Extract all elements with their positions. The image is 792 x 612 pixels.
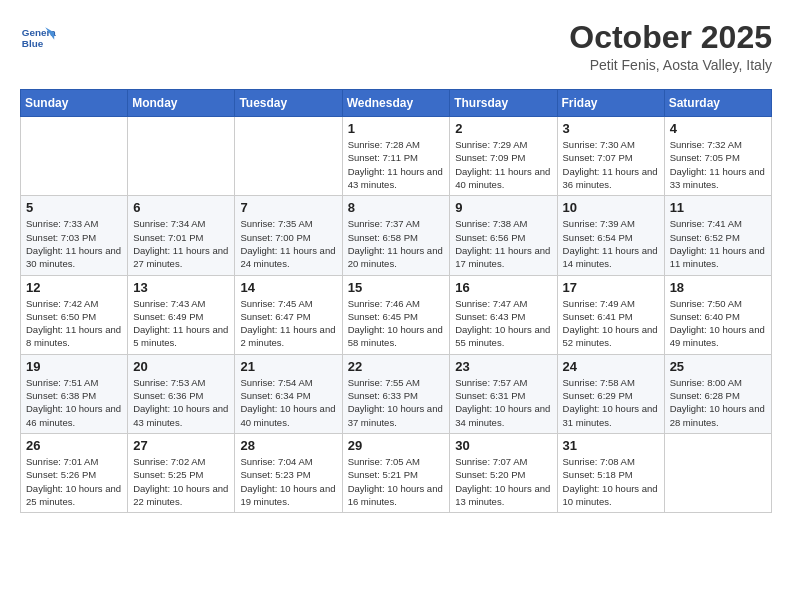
day-number: 11	[670, 200, 766, 215]
day-number: 26	[26, 438, 122, 453]
page-header: General Blue October 2025 Petit Fenis, A…	[20, 20, 772, 73]
day-info: Sunrise: 7:49 AM Sunset: 6:41 PM Dayligh…	[563, 297, 659, 350]
day-info: Sunrise: 7:45 AM Sunset: 6:47 PM Dayligh…	[240, 297, 336, 350]
day-number: 21	[240, 359, 336, 374]
calendar-cell: 20Sunrise: 7:53 AM Sunset: 6:36 PM Dayli…	[128, 354, 235, 433]
day-of-week-header: Friday	[557, 90, 664, 117]
day-number: 8	[348, 200, 445, 215]
calendar-cell: 1Sunrise: 7:28 AM Sunset: 7:11 PM Daylig…	[342, 117, 450, 196]
day-number: 5	[26, 200, 122, 215]
calendar-cell: 4Sunrise: 7:32 AM Sunset: 7:05 PM Daylig…	[664, 117, 771, 196]
calendar-cell: 25Sunrise: 8:00 AM Sunset: 6:28 PM Dayli…	[664, 354, 771, 433]
day-info: Sunrise: 7:53 AM Sunset: 6:36 PM Dayligh…	[133, 376, 229, 429]
day-number: 7	[240, 200, 336, 215]
calendar-week-row: 5Sunrise: 7:33 AM Sunset: 7:03 PM Daylig…	[21, 196, 772, 275]
day-of-week-header: Monday	[128, 90, 235, 117]
month-title: October 2025	[569, 20, 772, 55]
calendar-cell: 14Sunrise: 7:45 AM Sunset: 6:47 PM Dayli…	[235, 275, 342, 354]
day-info: Sunrise: 7:46 AM Sunset: 6:45 PM Dayligh…	[348, 297, 445, 350]
calendar-table: SundayMondayTuesdayWednesdayThursdayFrid…	[20, 89, 772, 513]
calendar-week-row: 26Sunrise: 7:01 AM Sunset: 5:26 PM Dayli…	[21, 433, 772, 512]
day-number: 30	[455, 438, 551, 453]
day-number: 4	[670, 121, 766, 136]
calendar-cell: 29Sunrise: 7:05 AM Sunset: 5:21 PM Dayli…	[342, 433, 450, 512]
calendar-cell	[664, 433, 771, 512]
calendar-cell: 13Sunrise: 7:43 AM Sunset: 6:49 PM Dayli…	[128, 275, 235, 354]
day-number: 9	[455, 200, 551, 215]
day-info: Sunrise: 7:04 AM Sunset: 5:23 PM Dayligh…	[240, 455, 336, 508]
calendar-cell: 19Sunrise: 7:51 AM Sunset: 6:38 PM Dayli…	[21, 354, 128, 433]
day-info: Sunrise: 7:38 AM Sunset: 6:56 PM Dayligh…	[455, 217, 551, 270]
day-info: Sunrise: 7:01 AM Sunset: 5:26 PM Dayligh…	[26, 455, 122, 508]
calendar-cell: 22Sunrise: 7:55 AM Sunset: 6:33 PM Dayli…	[342, 354, 450, 433]
day-number: 29	[348, 438, 445, 453]
day-of-week-header: Sunday	[21, 90, 128, 117]
day-number: 3	[563, 121, 659, 136]
calendar-week-row: 1Sunrise: 7:28 AM Sunset: 7:11 PM Daylig…	[21, 117, 772, 196]
day-number: 12	[26, 280, 122, 295]
day-number: 14	[240, 280, 336, 295]
day-number: 10	[563, 200, 659, 215]
day-number: 20	[133, 359, 229, 374]
day-info: Sunrise: 7:57 AM Sunset: 6:31 PM Dayligh…	[455, 376, 551, 429]
day-number: 23	[455, 359, 551, 374]
day-number: 24	[563, 359, 659, 374]
day-of-week-header: Saturday	[664, 90, 771, 117]
day-info: Sunrise: 7:54 AM Sunset: 6:34 PM Dayligh…	[240, 376, 336, 429]
day-number: 22	[348, 359, 445, 374]
day-number: 28	[240, 438, 336, 453]
day-number: 31	[563, 438, 659, 453]
day-info: Sunrise: 7:34 AM Sunset: 7:01 PM Dayligh…	[133, 217, 229, 270]
calendar-header-row: SundayMondayTuesdayWednesdayThursdayFrid…	[21, 90, 772, 117]
calendar-cell: 18Sunrise: 7:50 AM Sunset: 6:40 PM Dayli…	[664, 275, 771, 354]
calendar-cell: 16Sunrise: 7:47 AM Sunset: 6:43 PM Dayli…	[450, 275, 557, 354]
calendar-cell: 17Sunrise: 7:49 AM Sunset: 6:41 PM Dayli…	[557, 275, 664, 354]
day-info: Sunrise: 7:30 AM Sunset: 7:07 PM Dayligh…	[563, 138, 659, 191]
day-info: Sunrise: 7:42 AM Sunset: 6:50 PM Dayligh…	[26, 297, 122, 350]
calendar-cell: 21Sunrise: 7:54 AM Sunset: 6:34 PM Dayli…	[235, 354, 342, 433]
day-info: Sunrise: 7:39 AM Sunset: 6:54 PM Dayligh…	[563, 217, 659, 270]
day-info: Sunrise: 7:55 AM Sunset: 6:33 PM Dayligh…	[348, 376, 445, 429]
day-number: 2	[455, 121, 551, 136]
calendar-cell: 30Sunrise: 7:07 AM Sunset: 5:20 PM Dayli…	[450, 433, 557, 512]
calendar-cell: 31Sunrise: 7:08 AM Sunset: 5:18 PM Dayli…	[557, 433, 664, 512]
location: Petit Fenis, Aosta Valley, Italy	[569, 57, 772, 73]
day-info: Sunrise: 7:32 AM Sunset: 7:05 PM Dayligh…	[670, 138, 766, 191]
day-info: Sunrise: 7:29 AM Sunset: 7:09 PM Dayligh…	[455, 138, 551, 191]
calendar-cell: 15Sunrise: 7:46 AM Sunset: 6:45 PM Dayli…	[342, 275, 450, 354]
calendar-cell: 7Sunrise: 7:35 AM Sunset: 7:00 PM Daylig…	[235, 196, 342, 275]
day-of-week-header: Wednesday	[342, 90, 450, 117]
calendar-cell	[235, 117, 342, 196]
calendar-cell: 9Sunrise: 7:38 AM Sunset: 6:56 PM Daylig…	[450, 196, 557, 275]
calendar-cell: 3Sunrise: 7:30 AM Sunset: 7:07 PM Daylig…	[557, 117, 664, 196]
calendar-week-row: 19Sunrise: 7:51 AM Sunset: 6:38 PM Dayli…	[21, 354, 772, 433]
calendar-cell: 5Sunrise: 7:33 AM Sunset: 7:03 PM Daylig…	[21, 196, 128, 275]
day-number: 18	[670, 280, 766, 295]
day-info: Sunrise: 7:35 AM Sunset: 7:00 PM Dayligh…	[240, 217, 336, 270]
day-info: Sunrise: 7:05 AM Sunset: 5:21 PM Dayligh…	[348, 455, 445, 508]
calendar-cell: 2Sunrise: 7:29 AM Sunset: 7:09 PM Daylig…	[450, 117, 557, 196]
calendar-cell: 28Sunrise: 7:04 AM Sunset: 5:23 PM Dayli…	[235, 433, 342, 512]
day-of-week-header: Thursday	[450, 90, 557, 117]
logo: General Blue	[20, 20, 56, 56]
calendar-cell: 6Sunrise: 7:34 AM Sunset: 7:01 PM Daylig…	[128, 196, 235, 275]
day-number: 13	[133, 280, 229, 295]
day-info: Sunrise: 7:07 AM Sunset: 5:20 PM Dayligh…	[455, 455, 551, 508]
calendar-cell: 8Sunrise: 7:37 AM Sunset: 6:58 PM Daylig…	[342, 196, 450, 275]
day-info: Sunrise: 7:33 AM Sunset: 7:03 PM Dayligh…	[26, 217, 122, 270]
calendar-cell: 24Sunrise: 7:58 AM Sunset: 6:29 PM Dayli…	[557, 354, 664, 433]
calendar-cell	[128, 117, 235, 196]
day-number: 6	[133, 200, 229, 215]
day-number: 25	[670, 359, 766, 374]
day-number: 17	[563, 280, 659, 295]
day-info: Sunrise: 7:43 AM Sunset: 6:49 PM Dayligh…	[133, 297, 229, 350]
day-info: Sunrise: 7:47 AM Sunset: 6:43 PM Dayligh…	[455, 297, 551, 350]
day-of-week-header: Tuesday	[235, 90, 342, 117]
calendar-cell: 11Sunrise: 7:41 AM Sunset: 6:52 PM Dayli…	[664, 196, 771, 275]
day-info: Sunrise: 7:51 AM Sunset: 6:38 PM Dayligh…	[26, 376, 122, 429]
day-info: Sunrise: 7:58 AM Sunset: 6:29 PM Dayligh…	[563, 376, 659, 429]
title-section: October 2025 Petit Fenis, Aosta Valley, …	[569, 20, 772, 73]
day-number: 16	[455, 280, 551, 295]
calendar-cell	[21, 117, 128, 196]
day-info: Sunrise: 7:28 AM Sunset: 7:11 PM Dayligh…	[348, 138, 445, 191]
